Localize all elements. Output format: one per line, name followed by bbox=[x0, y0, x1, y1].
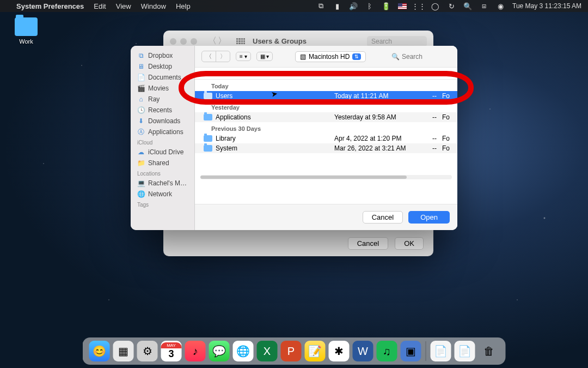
wifi-icon[interactable]: ⋮⋮ bbox=[414, 2, 423, 10]
nav-forward-icon[interactable]: 〉 bbox=[218, 35, 226, 47]
folder-label: Work bbox=[11, 38, 41, 45]
col-size[interactable]: Size bbox=[411, 70, 442, 77]
menu-view[interactable]: View bbox=[116, 2, 131, 10]
sort-icon[interactable]: ⌃ bbox=[324, 70, 329, 77]
user-icon[interactable]: ◯ bbox=[431, 2, 439, 10]
flag-icon[interactable] bbox=[398, 2, 407, 10]
sidebar-item-network[interactable]: 🌐Network bbox=[131, 189, 194, 200]
col-kind[interactable]: Ki bbox=[442, 70, 457, 77]
sidebar-locations-header: Locations bbox=[131, 168, 194, 178]
timemachine-icon[interactable]: ↻ bbox=[447, 2, 456, 10]
bluetooth-icon[interactable]: ᛒ bbox=[365, 2, 374, 10]
sidebar-icloud-header: iCloud bbox=[131, 137, 194, 147]
view-grid-button[interactable]: ▦ ▾ bbox=[256, 52, 273, 61]
dock-word[interactable]: W bbox=[353, 341, 373, 361]
dock-slack[interactable]: ✱ bbox=[329, 341, 350, 361]
sidebar-item-recents[interactable]: 🕓Recents bbox=[131, 105, 194, 116]
cloud-icon: ☁ bbox=[137, 148, 145, 156]
view-list-button[interactable]: ≡ ▾ bbox=[236, 52, 251, 61]
folder-icon bbox=[204, 135, 212, 142]
cursor-icon: ➤ bbox=[271, 89, 279, 99]
sidebar-item-ray[interactable]: ⌂Ray bbox=[131, 94, 194, 105]
dock-calendar[interactable]: MAY 3 bbox=[161, 341, 182, 361]
file-row-users[interactable]: UsersToday at 11:21 AM--Fo bbox=[195, 91, 457, 101]
horizontal-scrollbar[interactable] bbox=[200, 175, 452, 179]
col-name[interactable]: Name bbox=[195, 70, 324, 77]
dock-trash[interactable]: 🗑 bbox=[479, 341, 499, 361]
sidebar-item-iclouddrive[interactable]: ☁iCloud Drive bbox=[131, 147, 194, 158]
control-center-icon[interactable]: ⧆ bbox=[480, 2, 488, 10]
sidebar-item-applications[interactable]: ⒶApplications bbox=[131, 126, 194, 137]
menubar-clock[interactable]: Tue May 3 11:23:15 AM bbox=[512, 2, 581, 10]
shared-icon: 📁 bbox=[137, 159, 145, 167]
dock-settings[interactable]: ⚙ bbox=[137, 341, 158, 361]
dock-separator bbox=[426, 341, 426, 361]
battery-icon[interactable]: 🔋 bbox=[382, 2, 390, 10]
file-dialog-search[interactable]: 🔍 bbox=[388, 52, 451, 62]
dock-chrome[interactable]: 🌐 bbox=[233, 341, 254, 361]
prefs-ok-button[interactable]: OK bbox=[395, 237, 424, 250]
dock-screenshot[interactable]: ▣ bbox=[401, 341, 421, 361]
dock-messages[interactable]: 💬 bbox=[209, 341, 230, 361]
dock-finder[interactable]: 😊 bbox=[89, 341, 110, 361]
dock-notes[interactable]: 📝 bbox=[305, 341, 326, 361]
search-icon: 🔍 bbox=[391, 53, 400, 61]
nav-buttons[interactable]: 〈〉 bbox=[201, 51, 230, 62]
group-header: Yesterday bbox=[195, 101, 457, 112]
desktop-icon: 🖥 bbox=[137, 63, 145, 70]
sidebar-tags-header: Tags bbox=[131, 200, 194, 209]
location-label: Macintosh HD bbox=[309, 53, 350, 61]
folder-icon bbox=[204, 145, 212, 152]
desktop-folder-work[interactable]: Work bbox=[11, 17, 41, 45]
forward-icon: 〉 bbox=[216, 51, 230, 62]
location-dropdown[interactable]: ▧ Macintosh HD ⇅ bbox=[295, 51, 366, 62]
dock-spotify[interactable]: ♫ bbox=[377, 341, 397, 361]
dropbox-status-icon[interactable]: ⧉ bbox=[316, 2, 325, 10]
prefs-cancel-button[interactable]: Cancel bbox=[348, 237, 388, 250]
battery-saver-icon[interactable]: ▮ bbox=[333, 2, 341, 10]
dock-excel[interactable]: X bbox=[257, 341, 278, 361]
window-title: Users & Groups bbox=[253, 37, 307, 45]
window-controls[interactable] bbox=[170, 38, 197, 45]
volume-icon[interactable]: 🔊 bbox=[349, 2, 358, 10]
dock-doc1[interactable]: 📄 bbox=[431, 341, 451, 361]
dock-launchpad[interactable]: ▦ bbox=[113, 341, 134, 361]
menu-edit[interactable]: Edit bbox=[94, 2, 106, 10]
file-dialog-toolbar: 〈〉 ≡ ▾ ▦ ▾ ▧ Macintosh HD ⇅ 🔍 bbox=[195, 46, 457, 68]
folder-icon bbox=[204, 114, 212, 120]
sidebar-item-movies[interactable]: 🎬Movies bbox=[131, 83, 194, 94]
menubar: System Preferences Edit View Window Help… bbox=[0, 0, 588, 12]
siri-icon[interactable]: ◉ bbox=[496, 2, 505, 10]
open-file-dialog: ⧉Dropbox🖥Desktop📄Documents🎬Movies⌂Ray🕓Re… bbox=[131, 46, 457, 230]
sidebar-item-rachelsm[interactable]: 💻Rachel's M… bbox=[131, 178, 194, 189]
file-row-applications[interactable]: ApplicationsYesterday at 9:58 AM--Fo bbox=[195, 112, 457, 122]
sidebar-item-downloads[interactable]: ⬇Downloads bbox=[131, 116, 194, 126]
sidebar-item-desktop[interactable]: 🖥Desktop bbox=[131, 61, 194, 72]
search-input[interactable] bbox=[402, 53, 445, 61]
network-icon: 🌐 bbox=[137, 190, 145, 198]
cancel-button[interactable]: Cancel bbox=[363, 211, 403, 224]
spotlight-icon[interactable]: 🔍 bbox=[463, 2, 472, 10]
column-headers[interactable]: Name ⌃ Date Modified Size Ki bbox=[195, 68, 457, 80]
dock-music[interactable]: ♪ bbox=[185, 341, 206, 361]
grid-icon[interactable] bbox=[236, 38, 245, 45]
movies-icon: 🎬 bbox=[137, 85, 145, 92]
dock-doc2[interactable]: 📄 bbox=[455, 341, 475, 361]
menu-window[interactable]: Window bbox=[141, 2, 166, 10]
app-menu[interactable]: System Preferences bbox=[16, 2, 84, 10]
file-row-library[interactable]: LibraryApr 4, 2022 at 1:20 PM--Fo bbox=[195, 134, 457, 143]
dropbox-icon: ⧉ bbox=[137, 52, 145, 59]
folder-icon bbox=[204, 93, 212, 99]
file-row-system[interactable]: SystemMar 26, 2022 at 3:21 AM--Fo bbox=[195, 143, 457, 153]
dock-powerpoint[interactable]: P bbox=[281, 341, 302, 361]
sidebar-item-dropbox[interactable]: ⧉Dropbox bbox=[131, 50, 194, 61]
open-button[interactable]: Open bbox=[408, 211, 450, 224]
col-date[interactable]: Date Modified bbox=[334, 70, 411, 77]
sidebar-item-documents[interactable]: 📄Documents bbox=[131, 72, 194, 83]
back-icon: 〈 bbox=[202, 51, 216, 62]
prefs-search[interactable]: Search bbox=[367, 36, 427, 47]
nav-back-icon[interactable]: 〈 bbox=[208, 35, 217, 47]
menu-help[interactable]: Help bbox=[176, 2, 191, 10]
file-list: Name ⌃ Date Modified Size Ki TodayUsersT… bbox=[195, 68, 457, 204]
sidebar-item-shared[interactable]: 📁Shared bbox=[131, 158, 194, 168]
